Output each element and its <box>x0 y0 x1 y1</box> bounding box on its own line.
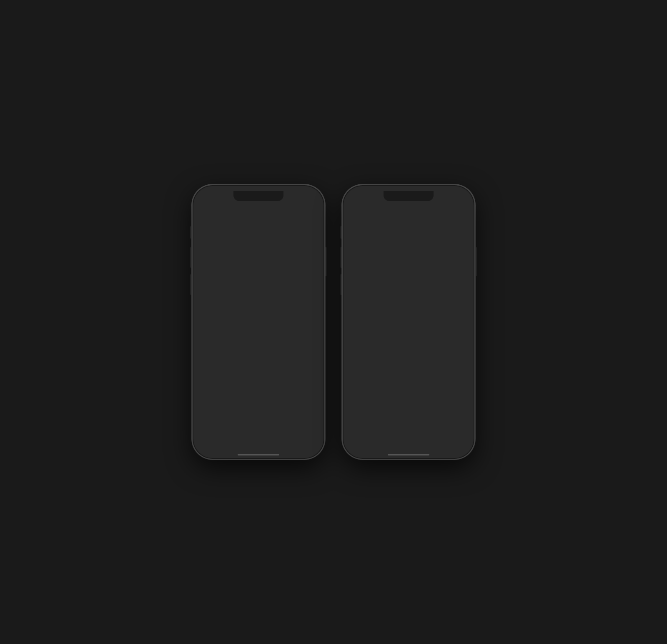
next-button[interactable]: ⏭ <box>436 375 448 389</box>
volume-low-icon: 🔈 <box>354 395 361 402</box>
more-options-button-2[interactable]: ••• <box>436 410 446 421</box>
mini-player-thumb-svg <box>201 418 216 433</box>
svg-point-14 <box>205 422 212 426</box>
album-actions: + ADD ••• <box>243 316 316 329</box>
signal-bar-4 <box>294 196 295 201</box>
svg-rect-12 <box>201 426 216 433</box>
status-time-2: 8:12 <box>354 196 365 202</box>
list-item[interactable]: 1 !!!!!!! <box>196 393 321 408</box>
signal-bar-1 <box>288 199 290 201</box>
back-button[interactable]: ‹ Billie Eilish <box>202 209 234 218</box>
volume-slider[interactable] <box>365 398 452 400</box>
radio-icon: 📻 <box>279 440 288 449</box>
mini-player-thumbnail <box>201 418 216 433</box>
more-options-button[interactable]: ••• <box>278 316 291 329</box>
previous-button[interactable]: ⏮ <box>369 375 381 389</box>
album-cover-svg <box>201 277 238 314</box>
shuffle-button[interactable]: ⇄ Shuffle <box>261 372 316 387</box>
progress-times: 0:05 -2:56 <box>354 341 463 345</box>
volume-down-button-2[interactable] <box>341 274 342 295</box>
power-button[interactable] <box>325 247 326 276</box>
back-chevron-icon: ‹ <box>202 209 204 218</box>
signal-bar2-3 <box>442 197 444 201</box>
song-album: WHEN WE ALL FALL AS <box>386 360 446 367</box>
mini-player-controls: ▶ ⏭ <box>299 421 316 429</box>
svg-point-21 <box>404 276 407 279</box>
progress-section[interactable]: 0:05 -2:56 <box>346 338 471 349</box>
volume-control: 🔈 🔊 <box>346 395 471 407</box>
wifi-icon-1: 📶 <box>297 196 303 201</box>
tab-bar-1: 🗂 Library ♡ For You ♩ Browse 📻 Radio 🔍 S… <box>196 435 321 455</box>
tab-radio[interactable]: 📻 Radio <box>271 438 296 454</box>
time-current: 0:05 <box>354 341 362 345</box>
svg-point-4 <box>298 224 301 228</box>
album-info-section: WHEN WE ALL FALL ASLEEP, WHERE DO WE GO?… <box>196 272 321 335</box>
battery-body-2 <box>454 196 463 201</box>
tab-search[interactable]: 🔍 Search <box>296 438 321 454</box>
track-title: !!!!!!! <box>213 397 225 404</box>
album-artist: Billie Eilish <box>243 300 316 306</box>
signal-bar2-4 <box>444 196 445 201</box>
tab-library[interactable]: 🗂 Library <box>196 438 221 453</box>
status-icons-1: 📶 <box>288 196 313 201</box>
library-icon: 🗂 <box>205 440 212 448</box>
progress-handle[interactable] <box>357 337 360 340</box>
mute-button[interactable] <box>191 226 192 239</box>
search-icon: 🔍 <box>304 440 313 449</box>
svg-point-10 <box>209 309 230 312</box>
album-description: "With this album, the main thing we trie… <box>196 335 321 367</box>
svg-point-22 <box>410 276 413 279</box>
tab-for-you[interactable]: ♡ For You <box>221 438 246 454</box>
add-to-library-button[interactable]: + <box>371 411 376 420</box>
svg-point-3 <box>291 224 294 228</box>
song-separator: — <box>380 360 386 367</box>
phone-1: 8:11 📶 <box>192 184 325 460</box>
album-art-inner <box>354 223 463 331</box>
battery-icon-1 <box>304 196 313 201</box>
song-title: you should see me in a crown <box>354 351 463 360</box>
shuffle-icon: ⇄ <box>275 377 280 383</box>
signal-bar2-2 <box>440 198 441 201</box>
signal-icon-1 <box>288 196 296 201</box>
play-button[interactable]: ▶ Play <box>201 372 256 387</box>
phone2-screen: 8:12 📶 <box>346 189 471 455</box>
volume-up-button-2[interactable] <box>341 247 342 268</box>
song-info: you should see me in a crown Billie Eili… <box>346 349 471 369</box>
album-title: WHEN WE ALL FALL ASLEEP, WHERE DO WE GO? <box>243 277 316 298</box>
mini-play-button[interactable]: ▶ <box>299 421 304 429</box>
add-album-button[interactable]: + ADD <box>243 316 274 328</box>
album-type: Upcoming Album <box>243 307 316 312</box>
volume-high-icon: 🔊 <box>456 395 463 402</box>
power-button-2[interactable] <box>475 247 476 276</box>
battery-body-1 <box>304 196 313 201</box>
mini-player-bar[interactable]: Up, Up & Away ▶ ⏭ <box>196 414 321 435</box>
status-bar-1: 8:11 📶 <box>196 189 321 205</box>
svg-point-23 <box>384 314 434 323</box>
mute-button-2[interactable] <box>341 226 342 239</box>
browse-icon: ♩ <box>257 440 260 449</box>
track-number: 1 <box>201 397 209 403</box>
progress-bar[interactable] <box>354 338 463 339</box>
mini-forward-button[interactable]: ⏭ <box>309 421 316 429</box>
status-icons-2: 📶 <box>439 196 463 201</box>
volume-handle[interactable] <box>384 396 390 402</box>
volume-up-button[interactable] <box>191 247 192 268</box>
airplay-button[interactable]: 📡 <box>401 411 411 421</box>
pause-button[interactable]: ⏸ <box>401 374 416 390</box>
song-subtitle: Billie Eilish — WHEN WE ALL FALL AS <box>354 360 463 367</box>
battery-fill-1 <box>305 197 310 200</box>
play-icon: ▶ <box>219 377 224 383</box>
tab-browse[interactable]: ♩ Browse <box>246 438 271 454</box>
phone1-screen: 8:11 📶 <box>196 189 321 455</box>
battery-icon-2 <box>454 196 463 201</box>
now-playing-screen: 8:12 📶 <box>346 189 471 455</box>
battery-fill-2 <box>455 197 460 200</box>
back-label: Billie Eilish <box>206 211 234 217</box>
player-actions-row: + 📡 ••• <box>346 407 471 426</box>
description-more-link[interactable]: more <box>274 355 286 361</box>
song-artist: Billie Eilish <box>354 360 380 367</box>
volume-down-button[interactable] <box>191 274 192 295</box>
time-remaining: -2:56 <box>453 341 463 345</box>
airplay-icon: 📡 <box>401 411 411 420</box>
dismiss-button[interactable]: ⌄ <box>405 208 412 219</box>
